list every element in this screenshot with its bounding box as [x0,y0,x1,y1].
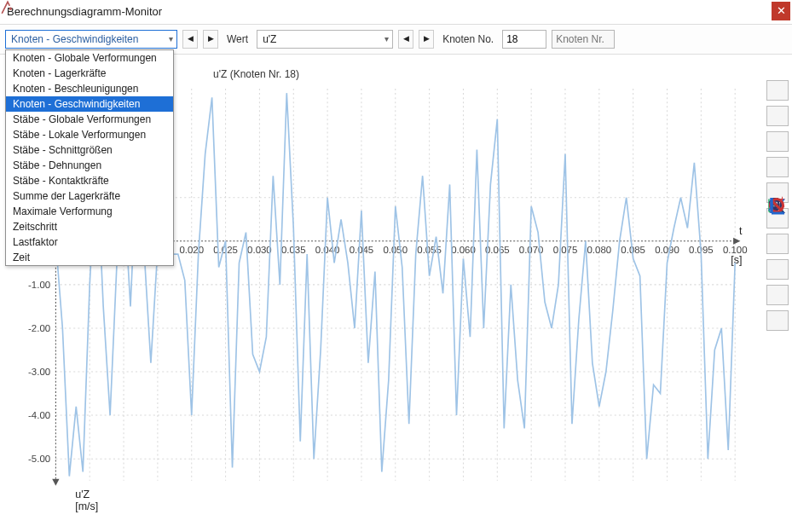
svg-marker-53 [52,479,59,486]
svg-text:0.075: 0.075 [553,245,578,255]
chevron-down-icon: ▾ [384,31,389,48]
window-title: Berechnungsdiagramm-Monitor [7,5,162,18]
svg-text:0.080: 0.080 [587,245,612,255]
axes-xy-icon [771,314,784,327]
value-label: Wert [223,33,251,45]
node-number-input[interactable] [502,30,546,49]
close-button[interactable]: ✕ [772,2,790,20]
svg-text:0.045: 0.045 [350,245,374,255]
value-prev-button[interactable]: ◀ [398,30,413,49]
svg-text:0.020: 0.020 [179,245,204,255]
svg-marker-52 [733,238,740,245]
dropdown-item[interactable]: Knoten - Lagerkräfte [6,66,173,81]
dropdown-item[interactable]: Maximale Verformung [6,204,173,219]
svg-text:t: t [739,225,743,237]
value-combo[interactable]: u'Z ▾ [257,30,393,49]
node-number-label: Knoten No. [439,33,497,45]
chart-tools-sidebar: + [766,80,787,331]
svg-text:[m/s]: [m/s] [75,500,98,512]
dropdown-item[interactable]: Summe der Lagerkräfte [6,188,173,204]
svg-text:0.100: 0.100 [723,245,748,255]
value-combo-value: u'Z [263,33,276,45]
svg-point-1 [9,8,12,10]
svg-text:0.030: 0.030 [247,245,272,255]
svg-text:-5.00: -5.00 [28,454,50,464]
svg-text:0.065: 0.065 [485,245,510,255]
dropdown-item[interactable]: Zeitschritt [6,219,173,234]
result-type-next-button[interactable]: ▶ [203,30,218,49]
dropdown-item[interactable]: Knoten - Geschwindigkeiten [6,96,173,112]
svg-text:-4.00: -4.00 [28,410,50,420]
svg-text:[s]: [s] [731,254,742,266]
close-icon: ✕ [777,4,786,17]
dropdown-item[interactable]: Stäbe - Globale Verformungen [6,112,173,127]
axes-xy-button[interactable] [766,310,789,331]
dropdown-item[interactable]: Stäbe - Lokale Verformungen [6,127,173,142]
node-number-input-2 [552,30,615,49]
dropdown-item[interactable]: Knoten - Beschleunigungen [6,81,173,96]
svg-text:0.090: 0.090 [655,245,679,255]
chevron-down-icon: ▾ [169,31,173,48]
svg-text:-2.00: -2.00 [28,323,50,333]
value-next-button[interactable]: ▶ [419,30,434,49]
dropdown-item[interactable]: Lastfaktor [6,234,173,250]
svg-text:0.050: 0.050 [383,245,408,255]
dropdown-item[interactable]: Stäbe - Kontaktkräfte [6,173,173,188]
dropdown-item[interactable]: Knoten - Globale Verformungen [6,50,173,66]
svg-text:0.060: 0.060 [451,245,476,255]
result-type-prev-button[interactable]: ◀ [182,30,198,49]
dropdown-item[interactable]: Zeit [6,250,173,265]
window-titlebar: Berechnungsdiagramm-Monitor [0,0,792,25]
dropdown-item[interactable]: Stäbe - Schnittgrößen [6,142,173,158]
result-type-value: Knoten - Geschwindigkeiten [11,33,138,45]
svg-text:-1.00: -1.00 [28,280,50,290]
pick-node-icon-disabled [0,0,15,15]
dropdown-item[interactable]: Stäbe - Dehnungen [6,158,173,173]
result-type-combo[interactable]: Knoten - Geschwindigkeiten ▾ [5,30,177,49]
svg-text:u'Z: u'Z [75,489,90,500]
result-type-dropdown-list[interactable]: Knoten - Globale VerformungenKnoten - La… [5,49,174,266]
svg-text:-3.00: -3.00 [28,367,50,377]
